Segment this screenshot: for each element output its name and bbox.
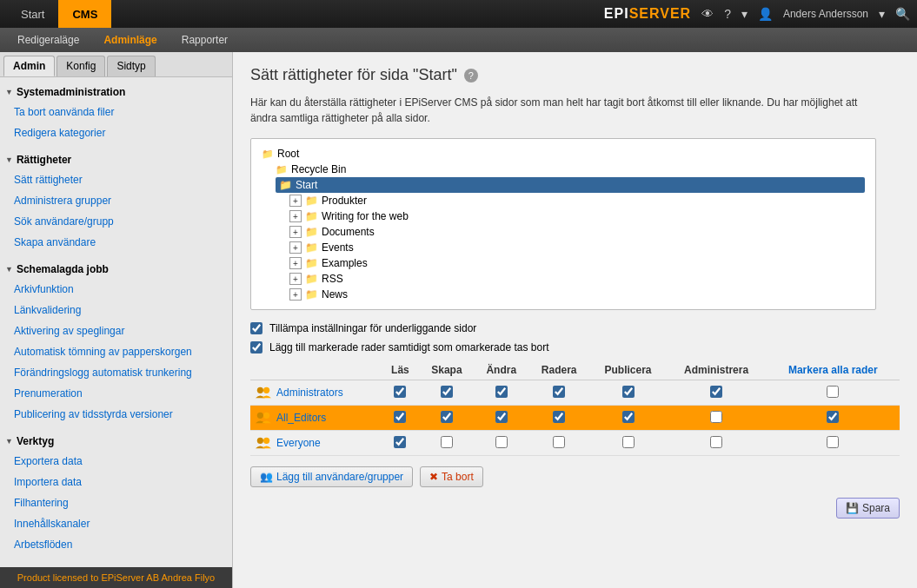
- checkbox-everyone-radera[interactable]: [553, 436, 565, 448]
- sidebar-tab-sidtyp[interactable]: Sidtyp: [107, 56, 155, 76]
- perm-admins-administrera[interactable]: [667, 380, 767, 406]
- user-name[interactable]: Anders Andersson: [783, 8, 868, 20]
- tree-node-rss[interactable]: + 📁 RSS: [289, 271, 865, 287]
- sidebar-item-publicering[interactable]: Publicering av tidsstyrda versioner: [3, 404, 229, 425]
- expand-icon-documents[interactable]: +: [289, 226, 302, 238]
- perm-admins-markera[interactable]: [767, 380, 900, 406]
- checkbox-editors-radera[interactable]: [553, 411, 565, 423]
- sidebar-item-innehallskanaler[interactable]: Innehållskanaler: [3, 513, 229, 534]
- checkbox-admins-administrera[interactable]: [710, 386, 722, 398]
- add-user-button[interactable]: 👥 Lägg till användare/grupper: [250, 466, 413, 487]
- save-button[interactable]: 💾 Spara: [836, 498, 900, 519]
- expand-icon-news[interactable]: +: [289, 288, 302, 301]
- eye-icon[interactable]: 👁: [701, 7, 714, 21]
- sidebar-item-prenumeration[interactable]: Prenumeration: [3, 383, 229, 404]
- sidebar-item-skapa-anvandare[interactable]: Skapa användare: [3, 232, 229, 253]
- sidebar-item-importera[interactable]: Importera data: [3, 472, 229, 492]
- sidebar-item-sok-anvandare[interactable]: Sök användare/grupp: [3, 211, 229, 232]
- user-link-everyone[interactable]: Everyone: [276, 437, 321, 449]
- checkbox-editors-skapa[interactable]: [441, 411, 453, 423]
- expand-icon-produkter[interactable]: +: [289, 195, 302, 207]
- perm-everyone-administrera[interactable]: [667, 431, 767, 456]
- page-help-icon[interactable]: ?: [464, 69, 478, 83]
- tree-node-start[interactable]: 📁 Start: [276, 177, 865, 193]
- user-link-alleditors[interactable]: All_Editors: [276, 412, 326, 424]
- checkbox-admins-markera[interactable]: [827, 386, 839, 398]
- perm-everyone-las[interactable]: [382, 431, 420, 456]
- perm-everyone-andra[interactable]: [475, 431, 528, 456]
- sidebar-item-forandringslogg[interactable]: Förändringslogg automatisk trunkering: [3, 362, 229, 383]
- sidebar-item-automatisk-tomning[interactable]: Automatisk tömning av papperskorgen: [3, 341, 229, 362]
- checkbox-editors-las[interactable]: [394, 411, 406, 423]
- perm-admins-andra[interactable]: [475, 380, 528, 406]
- tab-cms[interactable]: CMS: [58, 0, 111, 28]
- sidebar-item-arbetsfloden[interactable]: Arbetsflöden: [3, 534, 229, 555]
- sidebar-section-header-schemalagda[interactable]: Schemalagda jobb: [3, 260, 229, 279]
- checkbox-everyone-administrera[interactable]: [710, 436, 722, 448]
- perm-admins-las[interactable]: [382, 380, 420, 406]
- perm-editors-las[interactable]: [382, 406, 420, 431]
- sidebar-item-administrera-grupper[interactable]: Administrera grupper: [3, 190, 229, 211]
- user-chevron-icon[interactable]: ▾: [879, 7, 885, 21]
- checkbox-admins-publicera[interactable]: [622, 386, 635, 398]
- expand-icon-examples[interactable]: +: [289, 257, 302, 269]
- expand-icon-events[interactable]: +: [289, 241, 302, 254]
- expand-icon-rss[interactable]: +: [289, 273, 302, 285]
- delete-button[interactable]: ✖ Ta bort: [420, 466, 483, 487]
- checkbox-admins-skapa[interactable]: [441, 386, 453, 398]
- sidebar-tab-admin[interactable]: Admin: [3, 56, 55, 76]
- sidebar-item-aktivering-speglingar[interactable]: Aktivering av speglingar: [3, 320, 229, 341]
- perm-everyone-markera[interactable]: [767, 431, 900, 456]
- checkbox-editors-markera[interactable]: [827, 411, 839, 423]
- sidebar-section-header-rattigheter[interactable]: Rättigheter: [3, 150, 229, 169]
- expand-icon-writing[interactable]: +: [289, 210, 302, 222]
- sidebar-item-filhantering[interactable]: Filhantering: [3, 492, 229, 513]
- sidebar-section-header-verktyg[interactable]: Verktyg: [3, 432, 229, 451]
- checkbox-markerade[interactable]: [250, 341, 262, 353]
- perm-editors-markera[interactable]: [767, 406, 900, 431]
- checkbox-everyone-skapa[interactable]: [441, 436, 453, 448]
- checkbox-editors-publicera[interactable]: [622, 411, 635, 423]
- sidebar-section-header-systemadmin[interactable]: Systemadministration: [3, 83, 229, 102]
- checkbox-admins-radera[interactable]: [553, 386, 565, 398]
- sidebar-item-lankvalidering[interactable]: Länkvalidering: [3, 300, 229, 320]
- tree-node-news[interactable]: + 📁 News: [289, 287, 865, 302]
- nav-adminlage[interactable]: Adminläge: [93, 30, 167, 50]
- checkbox-everyone-publicera[interactable]: [622, 436, 635, 448]
- perm-everyone-radera[interactable]: [528, 431, 589, 456]
- tree-node-examples[interactable]: + 📁 Examples: [289, 255, 865, 271]
- checkbox-admins-andra[interactable]: [495, 386, 508, 398]
- tree-node-writing[interactable]: + 📁 Writing for the web: [289, 208, 865, 224]
- col-markera[interactable]: Markera alla rader: [767, 360, 900, 380]
- sidebar-item-ta-bort-filer[interactable]: Ta bort oanvända filer: [3, 102, 229, 122]
- checkbox-admins-las[interactable]: [394, 386, 406, 398]
- tree-node-documents[interactable]: + 📁 Documents: [289, 224, 865, 240]
- user-link-administrators[interactable]: Administrators: [276, 386, 343, 399]
- checkbox-editors-administrera[interactable]: [710, 411, 722, 423]
- tree-node-produkter[interactable]: + 📁 Produkter: [289, 193, 865, 208]
- tree-node-events[interactable]: + 📁 Events: [289, 240, 865, 255]
- checkbox-everyone-markera[interactable]: [827, 436, 839, 448]
- perm-editors-administrera[interactable]: [667, 406, 767, 431]
- checkbox-editors-andra[interactable]: [495, 411, 508, 423]
- perm-admins-radera[interactable]: [528, 380, 589, 406]
- checkbox-underliggande[interactable]: [250, 322, 262, 334]
- perm-admins-skapa[interactable]: [419, 380, 474, 406]
- tree-node-recycle[interactable]: 📁 Recycle Bin: [276, 162, 865, 177]
- perm-editors-publicera[interactable]: [589, 406, 666, 431]
- sidebar-item-arkivfunktion[interactable]: Arkivfunktion: [3, 279, 229, 300]
- nav-rapporter[interactable]: Rapporter: [171, 30, 238, 50]
- perm-editors-skapa[interactable]: [419, 406, 474, 431]
- nav-redigeralage[interactable]: Redigeraläge: [7, 30, 90, 50]
- sidebar-tab-konfig[interactable]: Konfig: [56, 56, 105, 76]
- sidebar-item-redigera-kategorier[interactable]: Redigera kategorier: [3, 122, 229, 143]
- tab-start[interactable]: Start: [7, 0, 58, 28]
- perm-editors-andra[interactable]: [475, 406, 528, 431]
- checkbox-everyone-andra[interactable]: [495, 436, 508, 448]
- perm-everyone-publicera[interactable]: [589, 431, 666, 456]
- chevron-down-icon[interactable]: ▾: [741, 7, 748, 21]
- search-icon[interactable]: 🔍: [895, 7, 910, 21]
- perm-admins-publicera[interactable]: [589, 380, 666, 406]
- sidebar-item-satt-rattigheter[interactable]: Sätt rättigheter: [3, 169, 229, 190]
- checkbox-everyone-las[interactable]: [394, 436, 406, 448]
